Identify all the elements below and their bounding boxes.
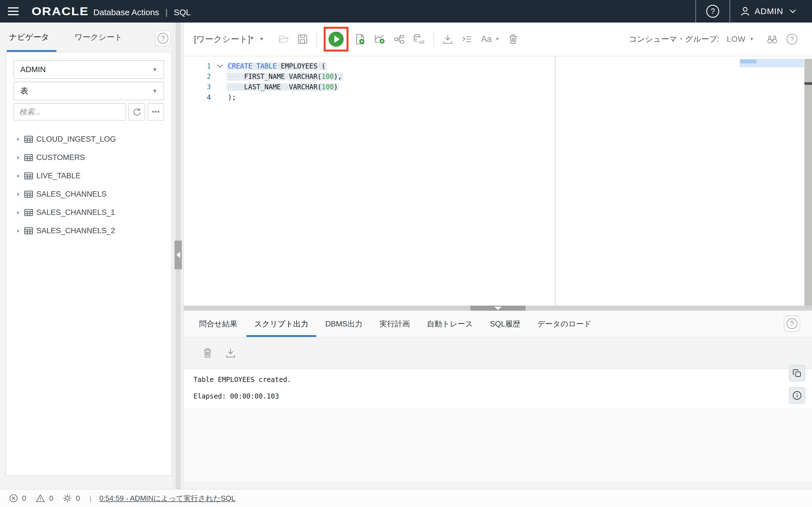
tab-navigator[interactable]: ナビゲータ: [7, 22, 56, 52]
tab-data-load[interactable]: データのロード: [529, 311, 599, 337]
help-button[interactable]: ?: [696, 0, 729, 22]
format-button[interactable]: [462, 35, 472, 43]
caret-right-icon: [13, 210, 23, 215]
tab-autotrace[interactable]: 自動トレース: [419, 311, 481, 337]
code-text: CREATE·TABLE·EMPLOYEES·(: [227, 62, 327, 70]
tree-item[interactable]: SALES_CHANNELS_1: [13, 203, 164, 222]
object-type-select-value: 表: [20, 86, 28, 96]
brand: ORACLE Database Actions | SQL: [32, 5, 191, 18]
table-icon: [24, 136, 33, 143]
save-button[interactable]: [298, 34, 307, 44]
sidebar-collapse-handle[interactable]: [174, 240, 182, 269]
copy-icon: [793, 369, 802, 378]
tree-item[interactable]: SALES_CHANNELS: [13, 185, 164, 203]
tree-item[interactable]: CLOUD_INGEST_LOG: [13, 130, 164, 149]
worksheet-name[interactable]: [ワークシート]*: [194, 34, 253, 45]
hamburger-menu-icon[interactable]: [8, 7, 18, 15]
run-play-icon: [328, 31, 344, 47]
sidebar-tabs: ナビゲータ ワークシート ?: [0, 22, 172, 52]
search-input[interactable]: [13, 103, 126, 121]
sidebar: ナビゲータ ワークシート ? ADMIN ▼ 表 ▼: [0, 22, 172, 489]
object-tree: CLOUD_INGEST_LOG CUSTOMERS LIVE_TABLE SA…: [13, 130, 164, 240]
table-name: SALES_CHANNELS: [36, 190, 107, 199]
dropdown-arrow-icon: ▼: [495, 37, 500, 42]
tab-query-result[interactable]: 問合せ結果: [191, 311, 245, 337]
code-text: ····LAST_NAME··VARCHAR(100): [227, 83, 339, 91]
object-type-select[interactable]: 表 ▼: [13, 82, 164, 100]
table-name: LIVE_TABLE: [36, 172, 81, 180]
table-name: CUSTOMERS: [36, 153, 85, 162]
tab-dbms-output[interactable]: DBMS出力: [317, 311, 370, 337]
copy-output-button[interactable]: [789, 365, 805, 381]
sql-plan-button[interactable]: [394, 35, 404, 44]
tasks-icon: [63, 494, 72, 503]
tab-sql-history[interactable]: SQL履歴: [482, 311, 528, 337]
editor-scrollbar-mark: [804, 82, 812, 85]
worksheet-dropdown-icon[interactable]: ▼: [259, 36, 264, 42]
sidebar-splitter[interactable]: [172, 22, 184, 489]
clear-output-button[interactable]: [203, 348, 212, 358]
chevron-down-icon: [790, 9, 796, 13]
consumer-group-value[interactable]: LOW: [726, 35, 746, 44]
download-output-button[interactable]: [225, 348, 236, 358]
editor-scrollbar[interactable]: [804, 59, 812, 305]
tab-worksheet[interactable]: ワークシート: [72, 22, 125, 52]
format-icon: [462, 35, 472, 43]
caret-right-icon: [13, 137, 23, 142]
script-output-panel: Table EMPLOYEES created. Elapsed: 00:00:…: [184, 337, 812, 482]
minimap-code-block: [740, 59, 756, 63]
run-statement-button[interactable]: [328, 31, 344, 47]
open-file-button[interactable]: [278, 35, 289, 44]
toolbar-help-button[interactable]: ?: [786, 34, 797, 45]
info-icon: [792, 391, 802, 400]
help-icon: ?: [786, 34, 797, 45]
schema-select[interactable]: ADMIN ▼: [13, 60, 164, 79]
tree-item[interactable]: SALES_CHANNELS_2: [13, 222, 164, 240]
table-name: SALES_CHANNELS_1: [36, 208, 115, 217]
consumer-group-label: コンシューマ・グループ:: [629, 34, 719, 45]
code-text: );: [227, 94, 237, 101]
sidebar-help-button[interactable]: ?: [155, 31, 171, 46]
autotrace-button[interactable]: [413, 34, 424, 44]
schema-select-value: ADMIN: [20, 65, 46, 74]
panel-splitter-handle[interactable]: [470, 305, 525, 311]
run-script-button[interactable]: [355, 34, 365, 45]
more-options-icon: •••: [152, 108, 160, 116]
worksheet-toolbar: [ワークシート]* ▼: [184, 22, 812, 56]
binoculars-icon: [767, 35, 777, 44]
table-icon: [24, 209, 33, 216]
dropdown-arrow-icon: ▼: [152, 88, 157, 94]
tree-item[interactable]: LIVE_TABLE: [13, 167, 164, 185]
script-output-text: Table EMPLOYEES created. Elapsed: 00:00:…: [184, 369, 812, 409]
explain-plan-button[interactable]: [374, 34, 385, 44]
output-info-button[interactable]: [789, 387, 805, 404]
sql-history-link[interactable]: 0:54:59 - ADMINによって実行されたSQL: [99, 494, 236, 503]
download-icon: [443, 34, 453, 44]
output-elapsed: Elapsed: 00:00:00.103: [193, 392, 802, 400]
more-options-button[interactable]: •••: [148, 103, 164, 121]
code-text: ····FIRST_NAME·VARCHAR(100),: [227, 73, 343, 80]
sql-editor[interactable]: 1 CREATE·TABLE·EMPLOYEES·( 2 ····FIRST_N…: [184, 56, 812, 305]
toolbar-separator: [433, 31, 434, 47]
find-button[interactable]: [767, 35, 777, 44]
workspace: ナビゲータ ワークシート ? ADMIN ▼ 表 ▼: [0, 22, 812, 489]
user-menu[interactable]: ADMIN: [730, 6, 812, 16]
tab-script-output[interactable]: スクリプト出力: [246, 311, 316, 337]
run-statement-annotation-box: [324, 27, 349, 52]
tree-item[interactable]: CUSTOMERS: [13, 149, 164, 167]
fold-chevron-icon[interactable]: [213, 64, 227, 68]
top-bar: ORACLE Database Actions | SQL ? ADMIN: [0, 0, 812, 22]
text-size-button[interactable]: Aa ▼: [481, 34, 500, 44]
navigator-panel: ADMIN ▼ 表 ▼ •••: [6, 52, 172, 476]
line-number: 1: [184, 62, 213, 70]
clear-worksheet-button[interactable]: [509, 34, 518, 44]
result-help-button[interactable]: ?: [784, 316, 800, 332]
dropdown-arrow-icon[interactable]: ▼: [749, 37, 754, 42]
table-name: SALES_CHANNELS_2: [36, 226, 115, 235]
status-bar: 0 0 0 | 0:54:59 - ADMINによって実行されたSQL: [0, 489, 812, 507]
download-button[interactable]: [443, 34, 453, 44]
tab-explain-plan[interactable]: 実行計画: [371, 311, 418, 337]
panel-filler: [184, 409, 812, 482]
panel-splitter[interactable]: [184, 305, 812, 311]
refresh-button[interactable]: [129, 103, 145, 121]
